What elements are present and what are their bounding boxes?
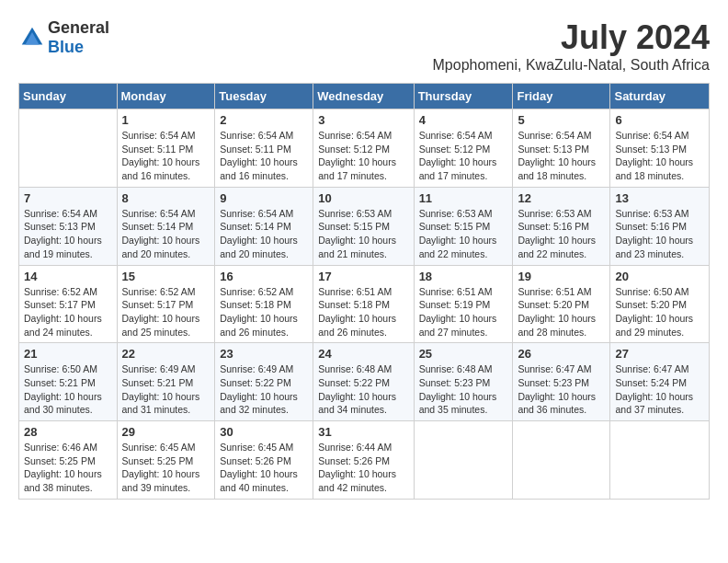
calendar-day-cell: 25Sunrise: 6:48 AMSunset: 5:23 PMDayligh… [414,343,513,421]
day-info: Sunrise: 6:54 AMSunset: 5:14 PMDaylight:… [220,207,308,261]
day-number: 20 [615,270,704,283]
day-number: 4 [419,113,508,127]
logo-blue-text: Blue [48,38,84,56]
day-number: 28 [24,425,112,439]
day-info: Sunrise: 6:49 AMSunset: 5:22 PMDaylight:… [220,362,308,417]
calendar-day-cell: 21Sunrise: 6:50 AMSunset: 5:21 PMDayligh… [19,343,118,421]
calendar-day-cell: 2Sunrise: 6:54 AMSunset: 5:11 PMDaylight… [215,109,313,188]
day-info: Sunrise: 6:51 AMSunset: 5:20 PMDaylight:… [518,285,605,339]
day-number: 25 [419,347,508,361]
day-info: Sunrise: 6:51 AMSunset: 5:18 PMDaylight:… [318,285,408,339]
calendar-day-cell: 19Sunrise: 6:51 AMSunset: 5:20 PMDayligh… [513,265,610,343]
calendar-day-cell: 16Sunrise: 6:52 AMSunset: 5:18 PMDayligh… [215,265,313,343]
day-info: Sunrise: 6:53 AMSunset: 5:16 PMDaylight:… [518,207,605,261]
day-number: 3 [318,113,408,127]
day-info: Sunrise: 6:45 AMSunset: 5:26 PMDaylight:… [220,441,308,495]
day-info: Sunrise: 6:54 AMSunset: 5:13 PMDaylight:… [24,207,112,261]
calendar-day-cell: 9Sunrise: 6:54 AMSunset: 5:14 PMDaylight… [215,187,313,265]
calendar-day-cell [414,421,513,500]
day-info: Sunrise: 6:54 AMSunset: 5:14 PMDaylight:… [122,207,210,261]
calendar-day-cell: 13Sunrise: 6:53 AMSunset: 5:16 PMDayligh… [610,187,710,265]
day-number: 23 [220,347,308,361]
day-number: 18 [419,270,508,283]
month-title: July 2024 [433,18,710,57]
logo-general-text: General [48,18,109,37]
day-info: Sunrise: 6:53 AMSunset: 5:16 PMDaylight:… [615,207,704,261]
day-info: Sunrise: 6:45 AMSunset: 5:25 PMDaylight:… [122,441,210,495]
header-saturday: Saturday [610,84,710,109]
calendar-week-row: 1Sunrise: 6:54 AMSunset: 5:11 PMDaylight… [19,109,710,188]
day-number: 13 [615,191,704,205]
calendar-day-cell: 28Sunrise: 6:46 AMSunset: 5:25 PMDayligh… [19,421,118,500]
header-friday: Friday [513,84,610,109]
calendar-day-cell: 20Sunrise: 6:50 AMSunset: 5:20 PMDayligh… [610,265,710,343]
calendar-day-cell: 31Sunrise: 6:44 AMSunset: 5:26 PMDayligh… [313,421,414,500]
day-number: 10 [318,191,408,205]
day-info: Sunrise: 6:54 AMSunset: 5:12 PMDaylight:… [318,129,408,183]
calendar-day-cell [19,109,118,188]
calendar-day-cell: 10Sunrise: 6:53 AMSunset: 5:15 PMDayligh… [313,187,414,265]
day-info: Sunrise: 6:47 AMSunset: 5:24 PMDaylight:… [615,362,704,417]
day-info: Sunrise: 6:52 AMSunset: 5:18 PMDaylight:… [220,285,308,339]
calendar-day-cell: 1Sunrise: 6:54 AMSunset: 5:11 PMDaylight… [117,109,215,188]
header-tuesday: Tuesday [215,84,313,109]
day-number: 19 [518,270,605,283]
day-number: 1 [122,113,210,127]
header-sunday: Sunday [19,84,118,109]
day-info: Sunrise: 6:47 AMSunset: 5:23 PMDaylight:… [518,362,605,417]
day-info: Sunrise: 6:54 AMSunset: 5:11 PMDaylight:… [122,129,210,183]
day-number: 26 [518,347,605,361]
day-number: 22 [122,347,210,361]
calendar-day-cell: 7Sunrise: 6:54 AMSunset: 5:13 PMDaylight… [19,187,118,265]
calendar-day-cell: 27Sunrise: 6:47 AMSunset: 5:24 PMDayligh… [610,343,710,421]
page-header: General Blue July 2024 Mpophomeni, KwaZu… [18,18,710,74]
calendar-day-cell: 3Sunrise: 6:54 AMSunset: 5:12 PMDaylight… [313,109,414,188]
calendar-day-cell: 12Sunrise: 6:53 AMSunset: 5:16 PMDayligh… [513,187,610,265]
day-info: Sunrise: 6:54 AMSunset: 5:13 PMDaylight:… [615,129,704,183]
day-number: 30 [220,425,308,439]
day-number: 29 [122,425,210,439]
day-info: Sunrise: 6:48 AMSunset: 5:22 PMDaylight:… [318,362,408,417]
day-info: Sunrise: 6:53 AMSunset: 5:15 PMDaylight:… [419,207,508,261]
day-number: 7 [24,191,112,205]
calendar-day-cell [513,421,610,500]
day-number: 12 [518,191,605,205]
header-wednesday: Wednesday [313,84,414,109]
day-info: Sunrise: 6:54 AMSunset: 5:12 PMDaylight:… [419,129,508,183]
day-number: 8 [122,191,210,205]
header-thursday: Thursday [414,84,513,109]
day-number: 14 [24,270,112,283]
title-block: July 2024 Mpophomeni, KwaZulu-Natal, Sou… [433,18,710,74]
calendar-day-cell [610,421,710,500]
day-info: Sunrise: 6:52 AMSunset: 5:17 PMDaylight:… [24,285,112,339]
day-info: Sunrise: 6:48 AMSunset: 5:23 PMDaylight:… [419,362,508,417]
day-info: Sunrise: 6:51 AMSunset: 5:19 PMDaylight:… [419,285,508,339]
calendar-day-cell: 24Sunrise: 6:48 AMSunset: 5:22 PMDayligh… [313,343,414,421]
day-number: 6 [615,113,704,127]
calendar-week-row: 7Sunrise: 6:54 AMSunset: 5:13 PMDaylight… [19,187,710,265]
day-number: 9 [220,191,308,205]
day-info: Sunrise: 6:50 AMSunset: 5:21 PMDaylight:… [24,362,112,417]
day-number: 2 [220,113,308,127]
day-info: Sunrise: 6:54 AMSunset: 5:13 PMDaylight:… [518,129,605,183]
day-info: Sunrise: 6:52 AMSunset: 5:17 PMDaylight:… [122,285,210,339]
day-number: 11 [419,191,508,205]
day-info: Sunrise: 6:50 AMSunset: 5:20 PMDaylight:… [615,285,704,339]
day-number: 16 [220,270,308,283]
day-number: 27 [615,347,704,361]
calendar-day-cell: 18Sunrise: 6:51 AMSunset: 5:19 PMDayligh… [414,265,513,343]
day-number: 5 [518,113,605,127]
calendar-day-cell: 6Sunrise: 6:54 AMSunset: 5:13 PMDaylight… [610,109,710,188]
calendar-day-cell: 15Sunrise: 6:52 AMSunset: 5:17 PMDayligh… [117,265,215,343]
logo-icon [18,24,46,52]
calendar-day-cell: 5Sunrise: 6:54 AMSunset: 5:13 PMDaylight… [513,109,610,188]
calendar-day-cell: 22Sunrise: 6:49 AMSunset: 5:21 PMDayligh… [117,343,215,421]
calendar-day-cell: 11Sunrise: 6:53 AMSunset: 5:15 PMDayligh… [414,187,513,265]
day-info: Sunrise: 6:44 AMSunset: 5:26 PMDaylight:… [318,441,408,495]
calendar-day-cell: 23Sunrise: 6:49 AMSunset: 5:22 PMDayligh… [215,343,313,421]
calendar-day-cell: 4Sunrise: 6:54 AMSunset: 5:12 PMDaylight… [414,109,513,188]
calendar-week-row: 21Sunrise: 6:50 AMSunset: 5:21 PMDayligh… [19,343,710,421]
day-number: 15 [122,270,210,283]
location-title: Mpophomeni, KwaZulu-Natal, South Africa [433,57,710,74]
day-number: 17 [318,270,408,283]
